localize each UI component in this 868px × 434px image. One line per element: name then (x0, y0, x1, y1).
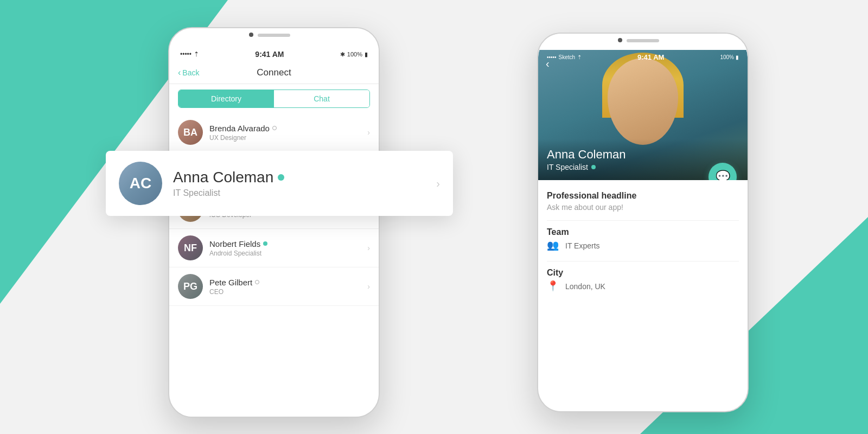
dir-info: Pete Gilbert CEO (209, 278, 367, 296)
profile-header: ••••• Sketch ⇡ 9:41 AM 100% ▮ ‹ (538, 50, 748, 180)
avatar: BA (178, 120, 203, 145)
headline-content: Ask me about our app! (547, 203, 739, 212)
profile-body: Professional headline Ask me about our a… (538, 180, 748, 302)
avatar: PG (178, 274, 203, 299)
expanded-name: Anna Coleman (173, 169, 425, 186)
list-item[interactable]: BA Brenda Alvarado UX Designer › (169, 113, 379, 152)
list-item[interactable]: PG Pete Gilbert CEO › (169, 267, 379, 306)
profile-section-team: Team 👥 IT Experts (547, 227, 739, 252)
battery-icon: ▮ (365, 51, 368, 58)
team-title: Team (547, 227, 739, 237)
divider-2 (547, 261, 739, 261)
left-phone-frame: ••••• ⇡ 9:41 AM ✱ 100% ▮ ‹ Back Connect … (169, 28, 379, 417)
left-status-bar: ••••• ⇡ 9:41 AM ✱ 100% ▮ (169, 44, 379, 62)
dir-info: Brenda Alvarado UX Designer (209, 124, 367, 142)
location-icon: 📍 (547, 280, 560, 293)
dir-name: Pete Gilbert (209, 278, 367, 287)
team-item: 👥 IT Experts (547, 239, 739, 252)
tab-bar: Directory Chat (178, 90, 370, 108)
chat-icon: 💬 (716, 170, 730, 180)
expanded-status-dot (278, 174, 284, 181)
expanded-chevron-icon: › (436, 177, 440, 190)
expanded-contact-card[interactable]: AC Anna Coleman IT Specialist › (106, 151, 453, 216)
city-title: City (547, 268, 739, 278)
battery-label: 100% (347, 51, 362, 58)
right-phone-notch (538, 34, 748, 50)
front-camera-right (618, 38, 622, 42)
wifi-icon: ⇡ (194, 50, 199, 58)
profile-section-city: City 📍 London, UK (547, 268, 739, 293)
back-label: Back (182, 68, 199, 77)
profile-section-headline: Professional headline Ask me about our a… (547, 191, 739, 212)
chevron-right-icon: › (367, 128, 370, 137)
dir-name: Norbert Fields (209, 239, 367, 248)
signal-dots: ••••• (180, 50, 192, 58)
divider-1 (547, 220, 739, 221)
right-status-bar: ••••• Sketch ⇡ 9:41 AM 100% ▮ (538, 50, 748, 63)
team-icon: 👥 (547, 239, 560, 252)
status-dot-offline (255, 280, 259, 284)
speaker-bar-left (258, 34, 290, 37)
profile-status-dot (591, 165, 596, 169)
sketch-label: Sketch (559, 54, 576, 60)
battery-icon-right: ▮ (736, 54, 739, 60)
speaker-bar-right (627, 39, 659, 42)
expanded-role: IT Specialist (173, 188, 425, 198)
battery-label-right: 100% (720, 54, 734, 60)
dir-name: Brenda Alvarado (209, 124, 367, 133)
list-item[interactable]: NF Norbert Fields Android Specialist › (169, 229, 379, 267)
right-battery-area: 100% ▮ (720, 54, 739, 60)
left-time: 9:41 AM (255, 50, 284, 59)
status-dot-online (263, 241, 267, 246)
status-dot-offline (272, 126, 277, 130)
avatar: NF (178, 235, 203, 260)
right-signal: ••••• Sketch ⇡ (547, 54, 582, 60)
headline-title: Professional headline (547, 191, 739, 201)
left-battery-area: ✱ 100% ▮ (340, 51, 368, 58)
dir-info: Norbert Fields Android Specialist (209, 239, 367, 257)
city-content: London, UK (565, 282, 605, 291)
expanded-avatar: AC (119, 162, 162, 205)
front-camera-left (249, 33, 253, 37)
bluetooth-icon: ✱ (340, 51, 345, 58)
dir-role: CEO (209, 288, 367, 296)
back-chevron-icon: ‹ (178, 68, 181, 78)
wifi-icon-right: ⇡ (577, 54, 582, 60)
right-phone: ••••• Sketch ⇡ 9:41 AM 100% ▮ ‹ (537, 33, 749, 412)
tab-directory[interactable]: Directory (178, 90, 274, 107)
team-content: IT Experts (565, 241, 600, 250)
chevron-right-icon: › (367, 244, 370, 252)
profile-name: Anna Coleman (547, 148, 739, 162)
chevron-right-icon: › (367, 282, 370, 291)
left-nav-bar: ‹ Back Connect (169, 62, 379, 84)
left-phone-notch (169, 28, 379, 44)
left-signal: ••••• ⇡ (180, 50, 199, 58)
city-item: 📍 London, UK (547, 280, 739, 293)
dir-role: Android Specialist (209, 250, 367, 257)
tab-chat[interactable]: Chat (274, 90, 369, 107)
left-phone: ••••• ⇡ 9:41 AM ✱ 100% ▮ ‹ Back Connect … (168, 27, 380, 418)
right-phone-frame: ••••• Sketch ⇡ 9:41 AM 100% ▮ ‹ (538, 34, 748, 411)
back-button[interactable]: ‹ Back (178, 68, 199, 78)
dir-role: UX Designer (209, 134, 367, 142)
right-time: 9:41 AM (637, 53, 664, 61)
nav-title: Connect (257, 67, 291, 78)
expanded-info: Anna Coleman IT Specialist (173, 169, 425, 198)
face-shape (608, 58, 678, 145)
profile-back-button[interactable]: ‹ (546, 58, 550, 70)
